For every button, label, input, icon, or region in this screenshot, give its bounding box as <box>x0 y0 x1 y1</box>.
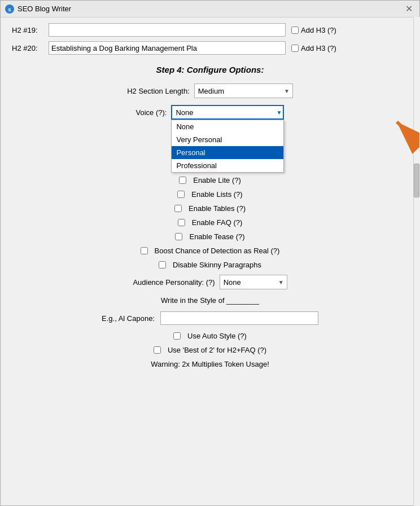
write-style-label1: Write in the Style of ________ <box>161 296 259 305</box>
voice-option-personal[interactable]: Personal <box>172 146 283 159</box>
enable-lite-checkbox[interactable] <box>179 177 186 184</box>
disable-skinny-row: Disable Skinny Paragraphs <box>12 261 408 269</box>
add-h3-19-text: Add H3 (?) <box>301 26 336 34</box>
h2-section-length-wrapper: Short Medium Long ▼ <box>194 83 293 98</box>
window-title: SEO Blog Writer <box>18 5 71 13</box>
app-window: S SEO Blog Writer ✕ H2 #19: Add H3 (?) H… <box>0 0 420 506</box>
h2-section-length-select[interactable]: Short Medium Long <box>194 83 293 98</box>
enable-lists-text: Enable Lists (?) <box>191 190 242 199</box>
use-auto-style-text: Use Auto Style (?) <box>187 332 247 340</box>
enable-tease-text: Enable Tease (?) <box>189 232 244 241</box>
app-icon: S <box>5 5 14 14</box>
use-best-of-2-checkbox[interactable] <box>154 346 161 354</box>
warning-text: Warning: 2x Multiplies Token Usage! <box>12 360 408 368</box>
svg-text:S: S <box>8 7 11 12</box>
h2-20-input[interactable] <box>49 41 286 55</box>
add-h3-19-label[interactable]: Add H3 (?) <box>291 26 336 34</box>
write-style-input-row: E.g., Al Capone: <box>12 311 408 325</box>
voice-input-box[interactable]: None ▼ <box>171 105 284 120</box>
disable-skinny-checkbox[interactable] <box>159 261 166 269</box>
voice-option-none[interactable]: None <box>172 120 283 133</box>
audience-personality-select[interactable]: None Young Mature Professional <box>220 275 287 289</box>
voice-row: Voice (?): None ▼ None Very Personal Per… <box>12 105 408 120</box>
h2-row-20: H2 #20: Add H3 (?) <box>12 41 408 55</box>
use-best-of-2-row: Use 'Best of 2' for H2+FAQ (?) <box>12 346 408 354</box>
enable-faq-label[interactable]: Enable FAQ (?) <box>178 218 243 227</box>
scrollbar-thumb[interactable] <box>414 164 419 197</box>
h2-19-input[interactable] <box>49 23 286 37</box>
audience-personality-row: Audience Personality: (?) None Young Mat… <box>12 275 408 289</box>
voice-option-professional[interactable]: Professional <box>172 159 283 172</box>
boost-chance-checkbox[interactable] <box>141 247 148 254</box>
title-bar: S SEO Blog Writer ✕ <box>1 1 419 17</box>
disable-skinny-label[interactable]: Disable Skinny Paragraphs <box>159 261 261 269</box>
voice-label: Voice (?): <box>136 108 167 117</box>
enable-lists-label[interactable]: Enable Lists (?) <box>177 190 242 199</box>
enable-faq-checkbox[interactable] <box>178 219 185 226</box>
enable-lists-checkbox[interactable] <box>177 191 185 198</box>
add-h3-20-label[interactable]: Add H3 (?) <box>291 44 336 52</box>
enable-lite-row: Enable Lite (?) <box>12 176 408 184</box>
h2-row-19: H2 #19: Add H3 (?) <box>12 23 408 37</box>
enable-tables-label[interactable]: Enable Tables (?) <box>174 204 246 213</box>
enable-lite-text: Enable Lite (?) <box>193 176 241 184</box>
scrollbar-track[interactable] <box>413 17 420 506</box>
add-h3-19-checkbox[interactable] <box>291 27 299 34</box>
enable-tease-row: Enable Tease (?) <box>12 232 408 241</box>
use-auto-style-label[interactable]: Use Auto Style (?) <box>173 332 247 340</box>
enable-tease-label[interactable]: Enable Tease (?) <box>175 232 244 241</box>
boost-chance-label[interactable]: Boost Chance of Detection as Real (?) <box>141 247 280 255</box>
voice-dropdown-container[interactable]: None ▼ None Very Personal Personal Profe… <box>171 105 284 120</box>
enable-tease-checkbox[interactable] <box>175 233 182 240</box>
add-h3-20-text: Add H3 (?) <box>301 44 336 52</box>
add-h3-20-checkbox[interactable] <box>291 45 299 52</box>
enable-tables-row: Enable Tables (?) <box>12 204 408 213</box>
use-best-of-2-label[interactable]: Use 'Best of 2' for H2+FAQ (?) <box>154 346 266 354</box>
enable-tables-text: Enable Tables (?) <box>189 204 246 213</box>
write-style-row: Write in the Style of ________ <box>12 296 408 305</box>
use-auto-style-row: Use Auto Style (?) <box>12 332 408 340</box>
h2-20-label: H2 #20: <box>12 44 49 52</box>
voice-selected-text: None <box>176 108 267 117</box>
voice-option-very-personal[interactable]: Very Personal <box>172 133 283 146</box>
h2-section-length-row: H2 Section Length: Short Medium Long ▼ <box>12 83 408 98</box>
content-area: H2 #19: Add H3 (?) H2 #20: Add H3 (?) St… <box>1 17 419 505</box>
write-style-label2: E.g., Al Capone: <box>102 314 155 323</box>
h2-section-length-label: H2 Section Length: <box>127 87 190 95</box>
voice-options-list: None Very Personal Personal Professional <box>171 120 284 173</box>
enable-faq-text: Enable FAQ (?) <box>192 218 243 227</box>
enable-lite-label[interactable]: Enable Lite (?) <box>179 176 241 184</box>
disable-skinny-text: Disable Skinny Paragraphs <box>173 261 261 269</box>
boost-chance-text: Boost Chance of Detection as Real (?) <box>155 247 280 255</box>
enable-faq-row: Enable FAQ (?) <box>12 218 408 227</box>
h2-19-label: H2 #19: <box>12 26 49 34</box>
write-style-input[interactable] <box>160 311 318 325</box>
enable-tables-checkbox[interactable] <box>174 205 182 212</box>
title-bar-left: S SEO Blog Writer <box>5 5 71 14</box>
voice-dropdown-arrow-icon: ▼ <box>277 109 282 116</box>
use-auto-style-checkbox[interactable] <box>173 332 181 340</box>
audience-personality-wrapper: None Young Mature Professional ▼ <box>220 275 287 289</box>
audience-personality-label: Audience Personality: (?) <box>133 278 215 287</box>
enable-lists-row: Enable Lists (?) <box>12 190 408 199</box>
boost-chance-row: Boost Chance of Detection as Real (?) <box>12 247 408 255</box>
step4-heading: Step 4: Configure Options: <box>12 65 408 74</box>
use-best-of-2-text: Use 'Best of 2' for H2+FAQ (?) <box>168 346 266 354</box>
close-button[interactable]: ✕ <box>403 2 415 15</box>
